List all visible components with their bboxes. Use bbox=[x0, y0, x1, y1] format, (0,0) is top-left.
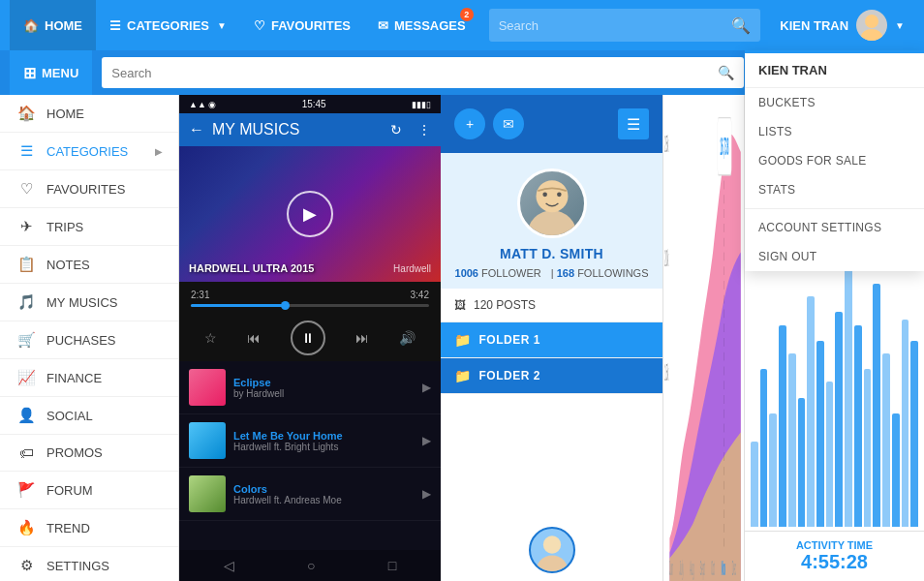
svg-text:16,738: 16,738 bbox=[720, 132, 728, 161]
sidebar-item-purchases[interactable]: 🛒 PUCHASES bbox=[0, 321, 178, 359]
dropdown-buckets[interactable]: BUCKETS bbox=[745, 88, 924, 117]
phone-signal: ▲▲ ◉ bbox=[189, 100, 216, 109]
sidebar-item-settings[interactable]: ⚙ SETTINGS bbox=[0, 547, 178, 581]
song-artist-1: by Hardwell bbox=[233, 388, 415, 399]
home-icon-sidebar: 🏠 bbox=[15, 105, 37, 122]
song-thumb-1 bbox=[189, 369, 226, 406]
progress-bar[interactable] bbox=[191, 304, 429, 307]
recents-nav-icon[interactable]: □ bbox=[388, 558, 396, 573]
dropdown-goods[interactable]: GOODS FOR SALE bbox=[745, 146, 924, 175]
progress-fill bbox=[191, 304, 286, 307]
back-nav-icon[interactable]: ◁ bbox=[224, 558, 234, 573]
refresh-icon[interactable]: ↻ bbox=[390, 122, 402, 138]
sidebar-item-forum[interactable]: 🚩 FORUM bbox=[0, 472, 178, 509]
bar-18 bbox=[910, 341, 918, 527]
nav-categories[interactable]: ☰ CATEGORIES ▼ bbox=[96, 0, 240, 50]
back-arrow-icon[interactable]: ← bbox=[189, 121, 204, 138]
song-thumb-2 bbox=[189, 422, 226, 459]
sidebar-label-categories: CATEGORIES bbox=[46, 144, 128, 159]
sidebar-item-categories[interactable]: ☰ CATEGORIES ▶ bbox=[0, 133, 178, 170]
svg-point-1 bbox=[861, 29, 882, 41]
volume-icon[interactable]: 🔊 bbox=[399, 330, 416, 346]
image-icon: 🖼 bbox=[454, 298, 466, 312]
sidebar-label-forum: FORUM bbox=[46, 483, 93, 498]
song-item-1[interactable]: Eclipse by Hardwell ▶ bbox=[179, 361, 441, 414]
play-button[interactable]: ▶ bbox=[287, 191, 333, 237]
dropdown-lists[interactable]: LISTS bbox=[745, 117, 924, 146]
progress-dot bbox=[281, 301, 290, 310]
song-title-3: Colors bbox=[233, 483, 415, 495]
top-user-menu[interactable]: KIEN TRAN ▼ bbox=[770, 10, 914, 41]
profile-action-buttons: + ✉ bbox=[454, 108, 524, 139]
play-arrow-2[interactable]: ▶ bbox=[422, 434, 431, 447]
phone-topbar: ← MY MUSICS ↻ ⋮ bbox=[179, 113, 441, 146]
song-info-1: Eclipse by Hardwell bbox=[233, 377, 415, 399]
svg-point-6 bbox=[542, 193, 547, 198]
svg-text:July: July bbox=[679, 556, 683, 579]
svg-text:25k: 25k bbox=[664, 132, 668, 158]
nav-favourites[interactable]: ♡ FAVOURITES bbox=[240, 0, 364, 50]
sidebar-item-trips[interactable]: ✈ TRIPS bbox=[0, 208, 178, 246]
svg-text:Aug: Aug bbox=[690, 556, 693, 579]
notes-icon-sidebar: 📋 bbox=[15, 256, 37, 273]
profile-folder1-row[interactable]: 📁 FOLDER 1 bbox=[441, 322, 662, 358]
play-arrow-3[interactable]: ▶ bbox=[422, 487, 431, 501]
top-search-input[interactable] bbox=[499, 18, 732, 33]
pause-button[interactable]: ⏸ bbox=[291, 321, 325, 355]
plane-icon-sidebar: ✈ bbox=[15, 218, 37, 235]
phone-status-bar: ▲▲ ◉ 15:45 ▮▮▮▯ bbox=[179, 95, 441, 113]
next-icon[interactable]: ⏭ bbox=[355, 330, 369, 346]
dropdown-account-settings[interactable]: ACCOUNT SETTINGS bbox=[745, 213, 924, 242]
sidebar-item-favourites[interactable]: ♡ FAVOURITES bbox=[0, 170, 178, 208]
bar-13 bbox=[864, 369, 872, 527]
sidebar-label-settings: SETTINGS bbox=[46, 559, 109, 573]
arrow-icon-categories: ▶ bbox=[155, 146, 163, 157]
list-icon: ☰ bbox=[109, 18, 121, 33]
play-arrow-1[interactable]: ▶ bbox=[422, 381, 431, 394]
phone-mockup: ▲▲ ◉ 15:45 ▮▮▮▯ ← MY MUSICS ↻ ⋮ ▶ HARDWE… bbox=[179, 95, 441, 581]
progress-total: 3:42 bbox=[411, 290, 429, 300]
star-icon[interactable]: ☆ bbox=[204, 330, 217, 346]
song-item-3[interactable]: Colors Hardwell ft. Andreas Moe ▶ bbox=[179, 468, 441, 521]
top-search-container: 🔍 bbox=[489, 9, 761, 42]
sidebar-item-finance[interactable]: 📈 FINANCE bbox=[0, 359, 178, 397]
profile-avatar bbox=[517, 168, 587, 238]
svg-text:Jun: Jun bbox=[669, 556, 673, 579]
chart-area: 25k 20k 15k 16,738 Jun July Aug bbox=[663, 95, 744, 581]
svg-point-7 bbox=[557, 193, 562, 198]
profile-stats: 1006 FOLLOWER | 168 FOLLOWINGS bbox=[455, 267, 649, 279]
nav-messages[interactable]: ✉ MESSAGES 2 bbox=[364, 0, 479, 50]
prev-icon[interactable]: ⏮ bbox=[247, 330, 261, 346]
sidebar-label-promos: PROMOS bbox=[46, 445, 103, 460]
profile-folder2-row[interactable]: 📁 FOLDER 2 bbox=[441, 358, 662, 394]
sidebar-item-social[interactable]: 👤 SOCIAL bbox=[0, 397, 178, 435]
nav-home[interactable]: 🏠 HOME bbox=[10, 0, 96, 50]
dropdown-stats[interactable]: STATS bbox=[745, 175, 924, 204]
bar-1 bbox=[751, 442, 758, 527]
sidebar-item-home[interactable]: 🏠 HOME bbox=[0, 95, 178, 133]
svg-point-8 bbox=[536, 556, 568, 574]
dots-menu-icon[interactable]: ⋮ bbox=[417, 122, 431, 138]
second-user-avatar[interactable] bbox=[529, 527, 575, 573]
dropdown-sign-out[interactable]: SIGN OUT bbox=[745, 242, 924, 271]
sidebar-item-trend[interactable]: 🔥 TREND bbox=[0, 509, 178, 547]
dropdown-menu: KIEN TRAN BUCKETS LISTS GOODS FOR SALE S… bbox=[745, 50, 924, 271]
song-item-2[interactable]: Let Me Be Your Home Hardwell ft. Bright … bbox=[179, 414, 441, 468]
sidebar-item-mymusics[interactable]: 🎵 MY MUSICS bbox=[0, 284, 178, 321]
add-button[interactable]: + bbox=[454, 108, 485, 139]
progress-times: 2:31 3:42 bbox=[191, 290, 429, 300]
dropdown-username: KIEN TRAN bbox=[745, 53, 924, 88]
second-search-input[interactable] bbox=[111, 66, 718, 80]
profile-folder2-label: FOLDER 2 bbox=[479, 369, 540, 382]
search-icon: 🔍 bbox=[731, 16, 751, 35]
search-icon-second: 🔍 bbox=[718, 65, 734, 80]
message-button[interactable]: ✉ bbox=[493, 108, 524, 139]
sidebar-item-promos[interactable]: 🏷 PROMOS bbox=[0, 435, 178, 472]
hamburger-button[interactable]: ☰ bbox=[618, 108, 649, 139]
sidebar-item-notes[interactable]: 📋 NOTES bbox=[0, 246, 178, 284]
social-icon-sidebar: 👤 bbox=[15, 407, 37, 424]
menu-button[interactable]: ⊞ MENU bbox=[10, 50, 92, 95]
sidebar-label-social: SOCIAL bbox=[46, 409, 93, 423]
home-nav-icon[interactable]: ○ bbox=[307, 558, 315, 573]
profile-content: 🖼 120 POSTS 📁 FOLDER 1 📁 FOLDER 2 bbox=[441, 289, 662, 519]
